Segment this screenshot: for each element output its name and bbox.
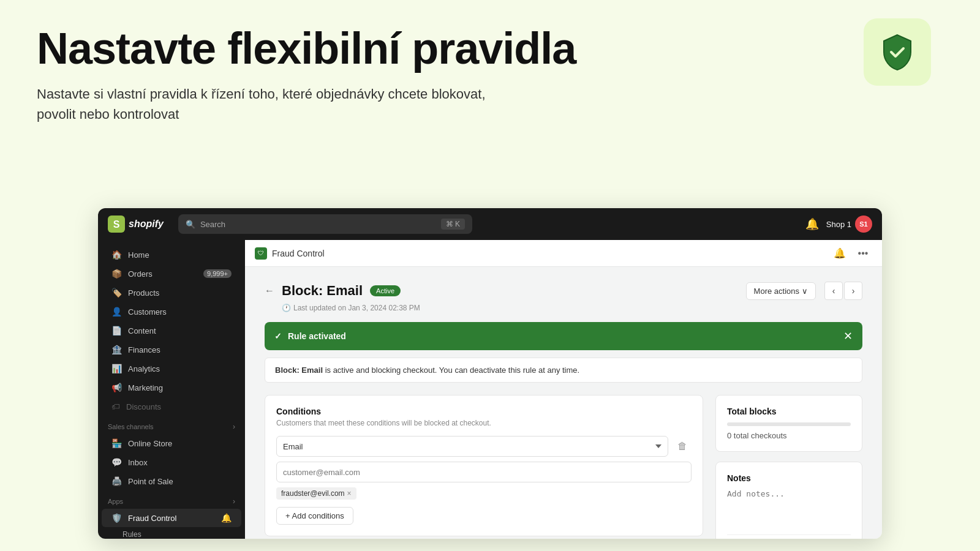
sidebar-label-discounts: Discounts	[126, 402, 161, 411]
fraud-control-breadcrumb-icon: 🛡	[255, 247, 267, 260]
nav-prev-button[interactable]: ‹	[824, 282, 843, 300]
sidebar-label-finances: Finances	[128, 345, 160, 354]
back-button[interactable]: ←	[265, 285, 274, 296]
orders-badge: 9,999+	[203, 269, 232, 278]
more-options-button[interactable]: •••	[854, 244, 872, 263]
left-column: Conditions Customers that meet these con…	[265, 395, 703, 539]
hero-title: Nastavte flexibilní pravidla	[37, 24, 943, 73]
sidebar-label-home: Home	[128, 250, 149, 260]
notes-textarea[interactable]	[727, 489, 851, 532]
main-layout: 🏠 Home 📦 Orders 9,999+ 🏷️ Products 👤 Cus…	[98, 240, 882, 539]
stats-bar	[727, 422, 851, 426]
stats-value: 0 total checkouts	[727, 431, 851, 440]
fraud-control-icon: 🛡️	[111, 513, 122, 523]
marketing-icon: 📢	[111, 383, 122, 392]
sidebar-label-customers: Customers	[128, 307, 167, 317]
more-actions-button[interactable]: More actions ∨	[746, 282, 816, 300]
apps-section: Apps ›	[98, 491, 245, 508]
conditions-title: Conditions	[276, 407, 692, 416]
chevron-down-icon: ∨	[802, 287, 808, 296]
success-detail: Block: Email is active and blocking chec…	[265, 358, 862, 383]
finances-icon: 🏦	[111, 345, 122, 354]
notification-icon-button[interactable]: 🔔	[831, 244, 849, 263]
stats-card: Total blocks 0 total checkouts	[715, 395, 862, 452]
shield-check-icon	[878, 32, 917, 72]
header-actions: More actions ∨ ‹ ›	[746, 282, 862, 300]
sidebar-item-content[interactable]: 📄 Content	[102, 321, 241, 340]
stats-title: Total blocks	[727, 407, 851, 416]
sidebar-label-marketing: Marketing	[128, 383, 163, 392]
add-conditions-button[interactable]: + Add conditions	[276, 507, 353, 525]
sidebar-label-inbox: Inbox	[128, 458, 148, 467]
sidebar-item-orders[interactable]: 📦 Orders 9,999+	[102, 264, 241, 283]
page-title: Block: Email	[282, 283, 363, 299]
fraud-control-bell-icon[interactable]: 🔔	[221, 513, 232, 523]
content-icon: 📄	[111, 326, 122, 335]
bell-icon[interactable]: 🔔	[805, 217, 819, 231]
hero-subtitle: Nastavte si vlastní pravidla k řízení to…	[37, 84, 527, 124]
condition-type-select[interactable]: Email IP Address Phone	[276, 436, 668, 457]
clock-icon: 🕐	[282, 304, 291, 312]
topbar-right: 🔔 Shop 1 S1	[805, 216, 872, 233]
sidebar-label-point-of-sale: Point of Sale	[128, 477, 173, 486]
sidebar-sub-rules[interactable]: Rules	[98, 528, 245, 539]
sidebar-item-online-store[interactable]: 🏪 Online Store	[102, 434, 241, 452]
conditions-card: Conditions Customers that meet these con…	[265, 395, 703, 536]
page-content: ← Block: Email Active More actions ∨ ‹ ›	[245, 267, 882, 539]
content-topbar-actions: 🔔 •••	[831, 244, 872, 263]
sidebar-item-inbox[interactable]: 💬 Inbox	[102, 453, 241, 471]
nav-next-button[interactable]: ›	[844, 282, 862, 300]
shop-name: Shop 1	[826, 220, 851, 229]
sidebar-item-finances[interactable]: 🏦 Finances	[102, 340, 241, 359]
notes-title: Notes	[727, 473, 851, 483]
condition-value-input[interactable]	[276, 462, 692, 482]
shopify-logo: S shopify	[108, 216, 164, 233]
tag-row: fraudster@evil.com ×	[276, 487, 692, 500]
two-column-layout: Conditions Customers that meet these con…	[265, 395, 862, 539]
sidebar-item-marketing[interactable]: 📢 Marketing	[102, 378, 241, 397]
add-conditions-label: + Add conditions	[285, 511, 344, 520]
sidebar-label-rules: Rules	[123, 530, 141, 539]
sidebar-label-orders: Orders	[128, 269, 153, 279]
banner-close-button[interactable]: ✕	[843, 329, 853, 343]
sales-channels-expand[interactable]: ›	[233, 422, 235, 431]
sidebar-item-point-of-sale[interactable]: 🖨️ Point of Sale	[102, 472, 241, 490]
nav-arrows: ‹ ›	[824, 282, 862, 300]
content-topbar: 🛡 Fraud Control 🔔 •••	[245, 240, 882, 267]
sales-channels-section: Sales channels ›	[98, 416, 245, 433]
sidebar-item-discounts: 🏷 Discounts	[102, 397, 241, 416]
page-header: ← Block: Email Active More actions ∨ ‹ ›	[265, 282, 862, 300]
conditions-subtitle: Customers that meet these conditions wil…	[276, 419, 692, 427]
shop-avatar: S1	[855, 216, 872, 233]
shopify-wordmark: shopify	[129, 219, 164, 230]
success-banner: ✓ Rule activated ✕	[265, 322, 862, 350]
check-icon: ✓	[274, 331, 282, 341]
last-updated-text: Last updated on Jan 3, 2024 02:38 PM	[293, 304, 420, 312]
sales-channels-title: Sales channels	[108, 423, 154, 430]
sidebar-item-fraud-control[interactable]: 🛡️ Fraud Control 🔔	[102, 509, 241, 527]
breadcrumb-title: Fraud Control	[272, 249, 325, 258]
point-of-sale-icon: 🖨️	[111, 476, 122, 486]
sidebar-item-home[interactable]: 🏠 Home	[102, 246, 241, 264]
condition-delete-button[interactable]: 🗑	[673, 437, 692, 455]
sidebar-label-products: Products	[128, 288, 159, 298]
notes-card: Notes 0/255	[715, 462, 862, 539]
online-store-icon: 🏪	[111, 438, 122, 448]
sidebar-label-online-store: Online Store	[128, 439, 172, 448]
tag-close-button[interactable]: ×	[347, 489, 352, 498]
apps-expand[interactable]: ›	[233, 497, 235, 506]
sidebar-item-analytics[interactable]: 📊 Analytics	[102, 359, 241, 378]
shopify-logo-icon: S	[108, 216, 125, 233]
search-icon: 🔍	[186, 220, 195, 229]
content-area: 🛡 Fraud Control 🔔 ••• ← Block: Email Act…	[245, 240, 882, 539]
sidebar-item-customers[interactable]: 👤 Customers	[102, 302, 241, 321]
condition-row: Email IP Address Phone 🗑	[276, 436, 692, 457]
shopify-window: S shopify 🔍 Search ⌘ K 🔔 Shop 1 S1 🏠 Hom…	[98, 208, 882, 539]
sidebar: 🏠 Home 📦 Orders 9,999+ 🏷️ Products 👤 Cus…	[98, 240, 245, 539]
sidebar-item-products[interactable]: 🏷️ Products	[102, 283, 241, 302]
search-shortcut: ⌘ K	[441, 219, 465, 230]
status-badge: Active	[370, 285, 401, 296]
hero-icon-container	[864, 18, 931, 86]
sidebar-label-content: Content	[128, 326, 156, 335]
search-bar[interactable]: 🔍 Search ⌘ K	[178, 214, 472, 234]
